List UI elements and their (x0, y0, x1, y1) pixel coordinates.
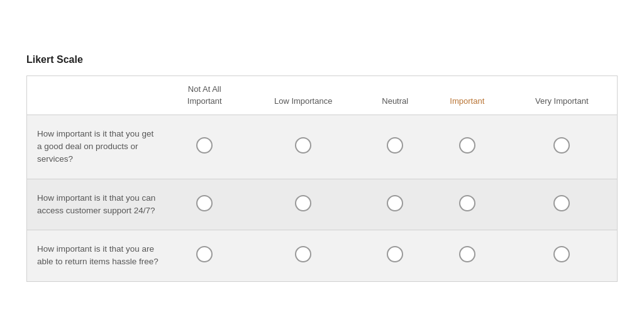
radio-cell-very-important (507, 230, 618, 282)
radio-cell-not-at-all (165, 179, 244, 230)
likert-table: Not At AllImportant Low Importance Neutr… (26, 76, 618, 281)
radio-not-at-all-row1[interactable] (196, 195, 213, 211)
radio-cell-very-important (507, 179, 618, 230)
radio-not-at-all-row0[interactable] (196, 137, 213, 154)
question-cell: How important is it that you are able to… (27, 230, 165, 282)
radio-cell-important (428, 179, 506, 230)
radio-very-important-row1[interactable] (553, 195, 570, 211)
col-header-very-important: Very Important (507, 76, 618, 115)
table-row: How important is it that you can access … (27, 179, 618, 230)
radio-neutral-row0[interactable] (387, 137, 403, 154)
radio-very-important-row2[interactable] (553, 246, 570, 262)
radio-not-at-all-row2[interactable] (196, 246, 213, 262)
radio-cell-important (428, 230, 506, 282)
radio-important-row0[interactable] (459, 137, 475, 154)
radio-cell-not-at-all (165, 230, 244, 282)
col-header-not-at-all: Not At AllImportant (165, 76, 244, 115)
question-cell: How important is it that you get a good … (27, 115, 165, 179)
table-header-row: Not At AllImportant Low Importance Neutr… (27, 76, 618, 115)
radio-cell-neutral (362, 115, 428, 179)
radio-low-importance-row0[interactable] (295, 137, 311, 154)
col-header-low-importance: Low Importance (244, 76, 362, 115)
likert-scale-container: Likert Scale Not At AllImportant Low Imp… (26, 39, 618, 296)
radio-neutral-row2[interactable] (387, 246, 403, 262)
radio-cell-low-importance (244, 230, 362, 282)
col-header-neutral: Neutral (362, 76, 428, 115)
radio-low-importance-row1[interactable] (295, 195, 311, 211)
radio-important-row2[interactable] (459, 246, 475, 262)
radio-cell-important (428, 115, 506, 179)
question-cell: How important is it that you can access … (27, 179, 165, 230)
radio-important-row1[interactable] (459, 195, 475, 211)
page-title: Likert Scale (26, 54, 618, 65)
table-row: How important is it that you are able to… (27, 230, 618, 282)
radio-cell-not-at-all (165, 115, 244, 179)
radio-cell-low-importance (244, 179, 362, 230)
radio-cell-low-importance (244, 115, 362, 179)
radio-cell-neutral (362, 179, 428, 230)
col-header-important: Important (428, 76, 506, 115)
radio-neutral-row1[interactable] (387, 195, 403, 211)
table-row: How important is it that you get a good … (27, 115, 618, 179)
radio-low-importance-row2[interactable] (295, 246, 311, 262)
radio-cell-neutral (362, 230, 428, 282)
radio-very-important-row0[interactable] (553, 137, 570, 154)
col-header-question (27, 76, 165, 115)
radio-cell-very-important (507, 115, 618, 179)
